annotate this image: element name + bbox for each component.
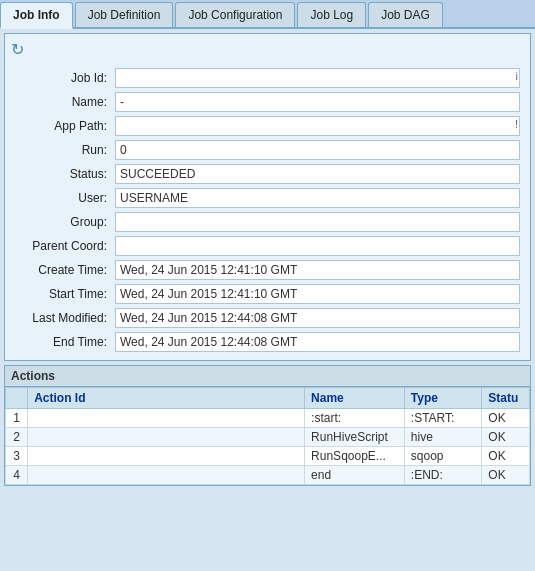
form-row: End Time: (11, 330, 524, 354)
form-label: End Time: (11, 330, 111, 354)
actions-header: Actions (5, 366, 530, 387)
form-field-input[interactable] (115, 188, 520, 208)
action-id-cell (28, 447, 305, 466)
form-field-input[interactable] (115, 212, 520, 232)
form-label: Job Id: (11, 66, 111, 90)
tab-job-info[interactable]: Job Info (0, 2, 73, 29)
input-icon: ! (515, 118, 518, 130)
form-input-cell (111, 138, 524, 162)
actions-section: Actions Action Id Name Type Statu 1:star… (4, 365, 531, 486)
action-id-cell (28, 466, 305, 485)
form-row: Name: (11, 90, 524, 114)
form-input-cell: i (111, 66, 524, 90)
form-input-cell (111, 234, 524, 258)
form-row: Create Time: (11, 258, 524, 282)
form-label: Parent Coord: (11, 234, 111, 258)
form-input-cell (111, 162, 524, 186)
form-field-input[interactable] (115, 236, 520, 256)
form-input-cell (111, 90, 524, 114)
form-field-input[interactable] (115, 92, 520, 112)
form-label: Start Time: (11, 282, 111, 306)
action-id-cell (28, 409, 305, 428)
form-input-cell: ! (111, 114, 524, 138)
form-row: App Path:! (11, 114, 524, 138)
job-form-table: Job Id:iName:App Path:!Run:Status:User:G… (11, 66, 524, 354)
row-number: 1 (6, 409, 28, 428)
form-row: Group: (11, 210, 524, 234)
action-id-cell (28, 428, 305, 447)
form-row: Job Id:i (11, 66, 524, 90)
form-field-input[interactable] (115, 332, 520, 352)
table-row[interactable]: 3RunSqoopE...sqoopOK (6, 447, 530, 466)
form-row: Start Time: (11, 282, 524, 306)
col-header-action-id: Action Id (28, 388, 305, 409)
action-status-cell: OK (482, 447, 530, 466)
action-type-cell: sqoop (404, 447, 482, 466)
form-label: Last Modified: (11, 306, 111, 330)
table-row[interactable]: 1:start::START:OK (6, 409, 530, 428)
form-field-input[interactable] (115, 116, 520, 136)
col-header-name: Name (305, 388, 405, 409)
action-status-cell: OK (482, 428, 530, 447)
col-header-type: Type (404, 388, 482, 409)
form-input-cell (111, 330, 524, 354)
col-header-num (6, 388, 28, 409)
row-number: 2 (6, 428, 28, 447)
action-status-cell: OK (482, 466, 530, 485)
form-input-cell (111, 258, 524, 282)
tab-job-configuration[interactable]: Job Configuration (175, 2, 295, 27)
action-name-cell: RunSqoopE... (305, 447, 405, 466)
form-input-cell (111, 186, 524, 210)
action-name-cell: end (305, 466, 405, 485)
action-type-cell: hive (404, 428, 482, 447)
tab-bar: Job Info Job Definition Job Configuratio… (0, 0, 535, 29)
form-label: User: (11, 186, 111, 210)
form-field-input[interactable] (115, 284, 520, 304)
action-type-cell: :START: (404, 409, 482, 428)
form-row: Parent Coord: (11, 234, 524, 258)
action-name-cell: RunHiveScript (305, 428, 405, 447)
form-row: Status: (11, 162, 524, 186)
form-label: Name: (11, 90, 111, 114)
form-label: Group: (11, 210, 111, 234)
tab-job-dag[interactable]: Job DAG (368, 2, 443, 27)
tab-job-log[interactable]: Job Log (297, 2, 366, 27)
actions-table: Action Id Name Type Statu 1:start::START… (5, 387, 530, 485)
action-name-cell: :start: (305, 409, 405, 428)
table-row[interactable]: 2RunHiveScripthiveOK (6, 428, 530, 447)
form-input-cell (111, 282, 524, 306)
input-icon: i (516, 70, 518, 82)
action-type-cell: :END: (404, 466, 482, 485)
form-label: Create Time: (11, 258, 111, 282)
refresh-icon[interactable]: ↻ (11, 40, 29, 58)
form-field-input[interactable] (115, 164, 520, 184)
tab-job-definition[interactable]: Job Definition (75, 2, 174, 27)
form-field-input[interactable] (115, 140, 520, 160)
refresh-row: ↻ (11, 40, 524, 58)
action-status-cell: OK (482, 409, 530, 428)
form-input-cell (111, 306, 524, 330)
form-label: App Path: (11, 114, 111, 138)
form-field-input[interactable] (115, 68, 520, 88)
form-row: User: (11, 186, 524, 210)
form-label: Run: (11, 138, 111, 162)
job-info-panel: ↻ Job Id:iName:App Path:!Run:Status:User… (4, 33, 531, 361)
form-label: Status: (11, 162, 111, 186)
row-number: 4 (6, 466, 28, 485)
row-number: 3 (6, 447, 28, 466)
form-input-cell (111, 210, 524, 234)
actions-table-header-row: Action Id Name Type Statu (6, 388, 530, 409)
col-header-status: Statu (482, 388, 530, 409)
form-row: Run: (11, 138, 524, 162)
form-field-input[interactable] (115, 260, 520, 280)
form-field-input[interactable] (115, 308, 520, 328)
table-row[interactable]: 4end:END:OK (6, 466, 530, 485)
form-row: Last Modified: (11, 306, 524, 330)
